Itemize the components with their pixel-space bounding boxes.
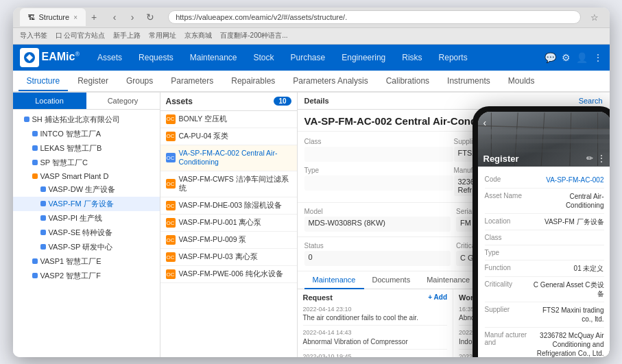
tree-item-sp[interactable]: SP 智慧工厂C	[13, 156, 160, 170]
tree-item-vasp1[interactable]: VASP1 智慧工厂E	[13, 254, 160, 269]
tab-bar: 🏗 Structure × +	[20, 8, 97, 26]
tab-maintenance[interactable]: Maintenance	[304, 271, 364, 289]
nav-controls: ‹ › ↻	[102, 12, 163, 23]
subnav-instruments[interactable]: Instruments	[439, 72, 499, 91]
model-field: Model MDS-W0308RS (8KW)	[304, 206, 451, 234]
bookmark-item[interactable]: 常用网址	[149, 31, 176, 40]
asset-icon: OC	[166, 218, 176, 228]
star-button[interactable]: ☆	[590, 12, 599, 23]
tree-item-intco[interactable]: INTCO 智慧工厂A	[13, 127, 160, 141]
tree-item-vasp-pi[interactable]: VASP-PI 生产线	[13, 211, 160, 226]
nav-maintenance[interactable]: Maintenance	[183, 49, 244, 66]
bookmarks-bar: 导入书签 口 公司官方站点 新手上路 常用网址 京东商城 百度翻译-200种语言…	[13, 28, 610, 45]
tree-item-vasp[interactable]: VASP Smart Plant D	[13, 170, 160, 182]
tree-dot	[32, 273, 38, 278]
asset-item-capu04[interactable]: OC CA-PU-04 泵类	[160, 128, 297, 145]
asset-item-cwfs[interactable]: OC VASP-FM-CWFS 洁净车间过滤系统	[160, 171, 297, 197]
tab-documents[interactable]: Documents	[364, 271, 419, 289]
request-item: 2022-04-14 23:10 The air conditioner fai…	[303, 305, 448, 326]
bookmark-item[interactable]: 新手上路	[113, 31, 141, 40]
asset-name: VASP-FM-CWFS 洁净车间过滤系统	[179, 175, 291, 193]
location-tab[interactable]: Location	[13, 93, 86, 109]
tab-close-button[interactable]: ×	[73, 14, 77, 21]
asset-icon: OC	[166, 153, 176, 162]
asset-item-pu03[interactable]: OC VASP-FM-PU-03 离心泵	[160, 249, 297, 266]
mobile-field-assetname: Asset Name Central Air-Conditioning	[485, 189, 604, 214]
mobile-back-button[interactable]: ‹	[483, 117, 487, 128]
tree-item-vasp-dw[interactable]: VASP-DW 生产设备	[13, 182, 160, 197]
nav-requests[interactable]: Requests	[132, 49, 180, 66]
nav-stock[interactable]: Stock	[246, 49, 280, 66]
subnav-structure[interactable]: Structure	[19, 72, 69, 91]
tree-label: VASP-SE 特种设备	[49, 228, 113, 238]
tree-item-vasp2[interactable]: VASP2 智慧工厂F	[13, 269, 160, 283]
subnav-calibrations[interactable]: Calibrations	[378, 72, 438, 91]
mobile-panel: ‹ Register ✏ ⋮ Code	[473, 106, 610, 357]
tab-title: Structure	[39, 13, 70, 21]
mf-code-value: VA-SP-FM-AC-002	[532, 175, 603, 184]
asset-icon: OC	[166, 179, 176, 189]
tree-label: VASP Smart Plant D	[40, 172, 109, 180]
nav-assets[interactable]: Assets	[91, 49, 129, 66]
nav-purchase[interactable]: Purchase	[284, 49, 333, 66]
search-button[interactable]: Search	[579, 97, 603, 105]
back-button[interactable]: ‹	[108, 12, 121, 23]
settings-icon[interactable]: ⚙	[562, 52, 571, 63]
asset-item-pu009[interactable]: OC VASP-FM-PU-009 泵	[160, 232, 297, 249]
tree-item-vasp-sp[interactable]: VASP-SP 研发中心	[13, 240, 160, 254]
asset-item-pwe006[interactable]: OC VASP-FM-PWE-006 纯化水设备	[160, 266, 297, 283]
tree-label: SP 智慧工厂C	[40, 158, 88, 168]
mf-type-label: Type	[485, 249, 533, 256]
refresh-button[interactable]: ↻	[143, 12, 157, 23]
browser-tab[interactable]: 🏗 Structure ×	[20, 8, 86, 26]
left-panel: Location Category SH 捕达拓业北京有限公司 INTCO 智慧…	[13, 93, 160, 357]
asset-icon: OC	[166, 201, 176, 210]
mf-location-label: Location	[485, 217, 533, 225]
asset-name: VA-SP-FM-AC-002 Central Air-Conditioning	[179, 149, 291, 167]
subnav-parameters[interactable]: Parameters	[163, 72, 222, 91]
nav-risks[interactable]: Risks	[395, 49, 429, 66]
bookmark-item[interactable]: 口 公司官方站点	[56, 31, 106, 40]
subnav-parameters-analysis[interactable]: Parameters Analysis	[285, 72, 376, 91]
subnav-repairables[interactable]: Repairables	[223, 72, 283, 91]
more-icon[interactable]: ⋮	[593, 52, 603, 63]
mobile-field-function: Function 01 未定义	[485, 260, 604, 277]
mobile-field-manufacturer: Manuf acturer and 3236782 McQuay Air Con…	[485, 328, 604, 357]
address-bar[interactable]: https://valueapex.com/eamic/v2/#/assets/…	[168, 10, 580, 24]
asset-item-vasp-fm-ac[interactable]: OC VA-SP-FM-AC-002 Central Air-Condition…	[160, 145, 297, 171]
mobile-edit-icon[interactable]: ✏	[586, 154, 593, 163]
subnav-groups[interactable]: Groups	[118, 72, 161, 91]
tree-item-vasp-fm[interactable]: VASP-FM 厂务设备	[13, 197, 160, 211]
user-icon[interactable]: 👤	[576, 52, 588, 63]
new-tab-button[interactable]: +	[91, 12, 97, 23]
mobile-header: ‹ Register ✏ ⋮	[478, 112, 610, 167]
category-tab[interactable]: Category	[86, 93, 160, 109]
bookmark-item[interactable]: 京东商城	[184, 31, 212, 40]
subnav-moulds[interactable]: Moulds	[500, 72, 543, 91]
browser-actions: ☆	[586, 12, 603, 23]
tree-dot	[40, 244, 46, 250]
bookmark-item[interactable]: 导入书签	[20, 31, 47, 40]
add-request-button[interactable]: + Add	[428, 293, 447, 301]
tree-item-lekas[interactable]: LEKAS 智慧工厂B	[13, 141, 160, 156]
mf-assetname-label: Asset Name	[485, 192, 533, 199]
request-item: 2022-03-10 19:45 Indoor unit is noisy.	[303, 352, 448, 357]
asset-icon: OC	[166, 132, 176, 141]
asset-item-dhe003[interactable]: OC VASP-FM-DHE-003 除湿机设备	[160, 197, 297, 215]
nav-engineering[interactable]: Engineering	[335, 49, 392, 66]
tree-item-sh[interactable]: SH 捕达拓业北京有限公司	[13, 112, 160, 127]
status-field: Status 0	[304, 240, 451, 268]
mf-criticality-value: C General Asset C类设备	[532, 280, 603, 298]
asset-item-pu001[interactable]: OC VASP-FM-PU-001 离心泵	[160, 215, 297, 232]
chat-icon[interactable]: 💬	[545, 52, 556, 63]
mf-manufacturer-value: 3236782 McQuay Air Conditioning and Refr…	[532, 331, 603, 357]
asset-item-bonly[interactable]: OC BONLY 空压机	[160, 111, 297, 128]
mobile-more-icon[interactable]: ⋮	[597, 154, 606, 163]
tree-item-vasp-se[interactable]: VASP-SE 特种设备	[13, 226, 160, 240]
mobile-field-location: Location VASP-FM 厂务设备	[485, 214, 604, 230]
mobile-field-code: Code VA-SP-FM-AC-002	[485, 172, 604, 189]
subnav-register[interactable]: Register	[69, 72, 117, 91]
forward-button[interactable]: ›	[125, 12, 139, 23]
nav-reports[interactable]: Reports	[432, 49, 475, 66]
bookmark-item[interactable]: 百度翻译-200种语言...	[220, 31, 287, 40]
